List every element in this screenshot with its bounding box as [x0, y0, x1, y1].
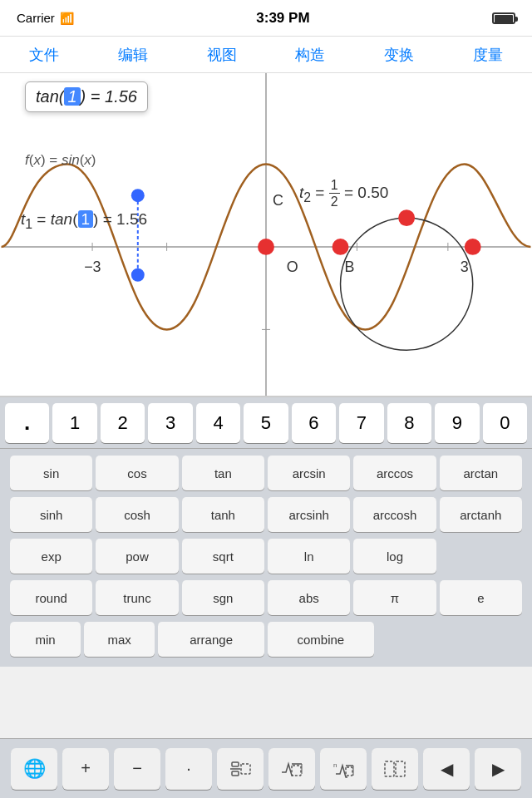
func-row-1: sin cos tan arcsin arccos arctan: [8, 454, 524, 492]
key-sqrt-template[interactable]: [268, 748, 315, 790]
key-arcsin[interactable]: arcsin: [268, 456, 350, 490]
key-round[interactable]: round: [10, 580, 92, 615]
key-pi[interactable]: π: [353, 580, 436, 615]
key-arccosh[interactable]: arccosh: [353, 497, 436, 532]
svg-rect-29: [346, 767, 352, 776]
key-tan[interactable]: tan: [182, 456, 264, 490]
svg-point-14: [258, 239, 274, 255]
sqrt-template-icon: [280, 757, 303, 781]
menu-file[interactable]: 文件: [19, 38, 69, 71]
func-expr: f(x) = sin(x): [25, 152, 96, 169]
key-sinh[interactable]: sinh: [10, 497, 92, 532]
key-9[interactable]: 9: [435, 403, 479, 443]
graph-canvas: −3 O B 3 C: [0, 73, 532, 396]
func-row-4: round trunc sgn abs π e: [8, 579, 524, 617]
key-fraction-template[interactable]: [217, 748, 264, 790]
svg-text:O: O: [287, 259, 298, 275]
key-sqrt[interactable]: sqrt: [182, 539, 264, 574]
key-6[interactable]: 6: [292, 403, 336, 443]
func-keyboard: sin cos tan arcsin arccos arctan sinh co…: [0, 449, 532, 667]
svg-text:n: n: [333, 761, 337, 769]
key-5[interactable]: 5: [244, 403, 288, 443]
key-trunc[interactable]: trunc: [96, 580, 178, 615]
svg-point-15: [332, 239, 349, 255]
svg-text:B: B: [345, 259, 355, 275]
svg-point-8: [341, 218, 473, 350]
key-nthroot-template[interactable]: n: [320, 748, 367, 790]
brackets-template-icon: [383, 757, 406, 781]
tooltip: tan(1) = 1.56: [25, 81, 148, 112]
key-cos[interactable]: cos: [96, 456, 178, 490]
status-time: 3:39 PM: [256, 10, 309, 27]
key-arctanh[interactable]: arctanh: [440, 497, 522, 532]
svg-rect-31: [396, 761, 405, 776]
menu-bar: 文件 编辑 视图 构造 变换 度量: [0, 37, 532, 73]
key-3[interactable]: 3: [148, 403, 192, 443]
key-7[interactable]: 7: [339, 403, 383, 443]
svg-point-19: [131, 268, 145, 282]
key-ln[interactable]: ln: [268, 539, 350, 574]
key-prev[interactable]: ◀: [423, 748, 470, 790]
menu-transform[interactable]: 变换: [374, 38, 424, 71]
key-2[interactable]: 2: [101, 403, 145, 443]
key-brackets-template[interactable]: [372, 748, 418, 790]
bottom-toolbar: 🌐 + − · n: [0, 738, 532, 798]
battery-area: [492, 12, 515, 24]
key-4[interactable]: 4: [196, 403, 240, 443]
key-arcsinh[interactable]: arcsinh: [268, 497, 350, 532]
key-empty-r3: [440, 539, 522, 574]
key-combine[interactable]: combine: [268, 622, 374, 657]
key-globe[interactable]: 🌐: [11, 748, 57, 790]
key-tanh[interactable]: tanh: [182, 497, 264, 532]
key-minus[interactable]: −: [114, 748, 160, 790]
svg-rect-23: [232, 771, 239, 776]
key-max[interactable]: max: [84, 622, 155, 657]
menu-construct[interactable]: 构造: [285, 38, 335, 71]
key-arctan[interactable]: arctan: [440, 456, 522, 490]
key-exp[interactable]: exp: [10, 539, 92, 574]
key-0[interactable]: 0: [483, 403, 527, 443]
key-cosh[interactable]: cosh: [96, 497, 178, 532]
key-8[interactable]: 8: [387, 403, 431, 443]
key-sin[interactable]: sin: [10, 456, 92, 490]
func-row-5: min max arrange combine: [8, 620, 524, 658]
graph-area: −3 O B 3 C tan(1) = 1.56 f(x) = sin(x) t…: [0, 73, 532, 397]
status-bar: Carrier 📶 3:39 PM: [0, 0, 532, 37]
numpad-row: . 1 2 3 4 5 6 7 8 9 0: [0, 397, 532, 449]
svg-rect-24: [241, 764, 250, 774]
svg-text:3: 3: [461, 259, 469, 275]
key-sgn[interactable]: sgn: [182, 580, 264, 615]
menu-measure[interactable]: 度量: [463, 38, 513, 71]
wifi-icon: 📶: [60, 12, 74, 25]
svg-text:−3: −3: [84, 259, 101, 275]
svg-point-16: [465, 239, 481, 255]
t2-expr: t2 = 1 2 = 0.50: [299, 177, 388, 209]
svg-point-17: [398, 209, 415, 226]
menu-view[interactable]: 视图: [197, 38, 247, 71]
key-arrange[interactable]: arrange: [158, 622, 264, 657]
menu-edit[interactable]: 编辑: [108, 38, 158, 71]
key-dot[interactable]: .: [5, 403, 49, 443]
key-empty-r5a: [377, 622, 448, 657]
svg-rect-21: [232, 762, 239, 766]
key-pow[interactable]: pow: [96, 539, 178, 574]
status-left: Carrier 📶: [17, 11, 74, 25]
key-min[interactable]: min: [10, 622, 81, 657]
key-arccos[interactable]: arccos: [353, 456, 436, 490]
fraction-template-icon: [229, 757, 252, 781]
key-empty-r5b: [451, 622, 522, 657]
t1-expr: t1 = tan(1) = 1.56: [21, 210, 147, 232]
key-abs[interactable]: abs: [268, 580, 350, 615]
key-cdot[interactable]: ·: [165, 748, 212, 790]
svg-text:C: C: [273, 192, 283, 209]
svg-rect-30: [385, 761, 394, 776]
key-e[interactable]: e: [440, 580, 522, 615]
key-log[interactable]: log: [353, 539, 436, 574]
func-row-2: sinh cosh tanh arcsinh arccosh arctanh: [8, 495, 524, 534]
key-plus[interactable]: +: [62, 748, 109, 790]
key-1[interactable]: 1: [52, 403, 96, 443]
battery-icon: [492, 12, 515, 24]
svg-rect-26: [292, 766, 301, 776]
func-row-3: exp pow sqrt ln log: [8, 537, 524, 575]
key-next[interactable]: ▶: [475, 748, 521, 790]
